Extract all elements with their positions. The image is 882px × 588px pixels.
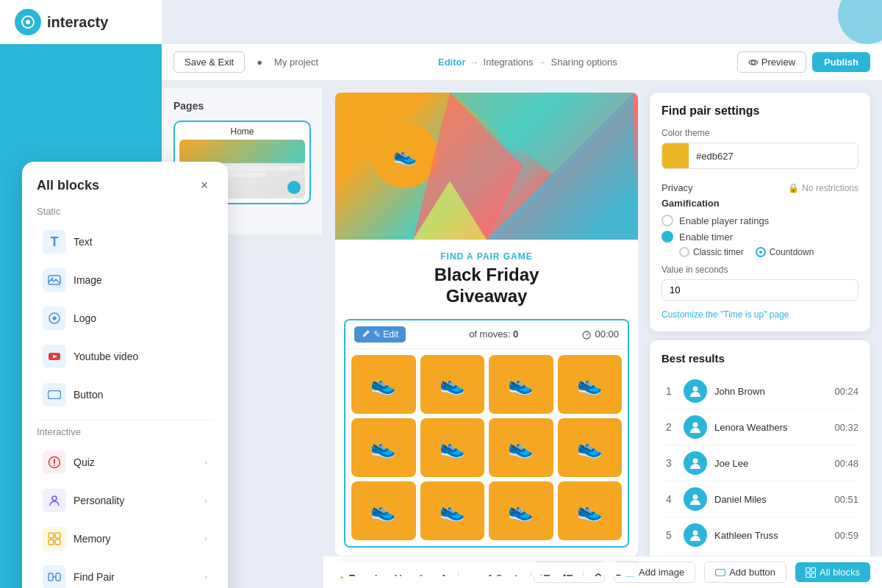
right-panel: Find pair settings Color theme #edb627 P… bbox=[650, 93, 870, 576]
canvas-wrapper: 👟 FIND A PAIR GAME Black Friday bbox=[335, 93, 638, 576]
classic-radio[interactable] bbox=[679, 247, 689, 257]
clear-format-button[interactable]: Tx bbox=[612, 568, 629, 576]
text-color-button[interactable]: A bbox=[412, 568, 429, 576]
svg-rect-18 bbox=[56, 573, 60, 581]
add-button-button[interactable]: Add button bbox=[704, 562, 786, 583]
enable-ratings-row[interactable]: Enable player ratings bbox=[662, 215, 858, 226]
block-item-image[interactable]: Image bbox=[37, 261, 213, 299]
tab-integrations[interactable]: Integrations bbox=[484, 57, 534, 68]
editor-toolbar: Save & Exit ● My project Editor → Integr… bbox=[162, 44, 882, 81]
block-label-logo: Logo bbox=[74, 312, 96, 324]
findpair-icon bbox=[43, 565, 66, 588]
all-blocks-button[interactable]: All blocks bbox=[795, 562, 870, 582]
game-card[interactable]: 👟 bbox=[420, 355, 485, 414]
seconds-input[interactable]: 10 bbox=[662, 279, 858, 301]
game-card[interactable]: 👟 bbox=[420, 481, 485, 540]
block-item-findpair[interactable]: Find Pair › bbox=[37, 558, 213, 588]
italic-button[interactable]: I bbox=[367, 568, 384, 576]
block-item-personality[interactable]: Personality › bbox=[37, 481, 213, 520]
preview-button[interactable]: Preview bbox=[737, 51, 806, 73]
game-container: ✎ Edit of moves: 0 00:00 👟 bbox=[344, 319, 629, 548]
color-input-row: #edb627 bbox=[662, 143, 858, 169]
ordered-list-button[interactable]: 123 bbox=[537, 568, 554, 576]
decorative-circle-1 bbox=[838, 0, 882, 44]
name-2: Lenora Weathers bbox=[714, 422, 827, 433]
quiz-arrow: › bbox=[204, 457, 207, 467]
game-card[interactable]: 👟 bbox=[351, 418, 416, 477]
block-item-youtube[interactable]: Youtube video bbox=[37, 337, 213, 376]
line-height-stepper[interactable]: ⬆ bbox=[508, 568, 525, 576]
logo-block-icon bbox=[43, 306, 66, 330]
results-title: Best results bbox=[662, 352, 858, 365]
block-item-quiz[interactable]: Quiz › bbox=[37, 443, 213, 481]
block-item-button[interactable]: Button bbox=[37, 376, 213, 414]
time-1: 00:24 bbox=[834, 386, 858, 397]
card-shoe-8: 👟 bbox=[577, 435, 603, 459]
underline-button[interactable]: U bbox=[390, 568, 406, 576]
tab-editor[interactable]: Editor bbox=[438, 57, 466, 68]
color-theme-row: Color theme #edb627 bbox=[662, 128, 858, 169]
color-hex-input[interactable]: #edb627 bbox=[689, 151, 858, 162]
section-divider bbox=[37, 420, 213, 420]
privacy-label: Privacy bbox=[662, 182, 693, 193]
timer-checkbox[interactable] bbox=[662, 231, 673, 243]
moves-text: of moves: bbox=[469, 329, 510, 340]
button-block-icon bbox=[43, 383, 66, 406]
customize-link[interactable]: Customize the "Time is up" page bbox=[662, 309, 858, 320]
block-label-image: Image bbox=[74, 274, 102, 286]
classic-timer-option[interactable]: Classic timer bbox=[679, 247, 744, 257]
svg-point-5 bbox=[53, 317, 57, 320]
home-page-label: Home bbox=[179, 126, 305, 137]
settings-panel: Find pair settings Color theme #edb627 P… bbox=[650, 93, 870, 331]
block-item-text[interactable]: T Text bbox=[37, 223, 213, 261]
edit-game-button[interactable]: ✎ Edit bbox=[354, 326, 406, 343]
card-shoe-4: 👟 bbox=[577, 372, 603, 396]
enable-timer-row[interactable]: Enable timer bbox=[662, 231, 858, 243]
game-card[interactable]: 👟 bbox=[558, 355, 623, 414]
link-button[interactable] bbox=[589, 568, 606, 576]
svg-rect-8 bbox=[49, 391, 61, 399]
svg-point-46 bbox=[693, 531, 698, 536]
game-card[interactable]: 👟 bbox=[489, 418, 553, 477]
countdown-radio[interactable] bbox=[756, 247, 766, 257]
block-label-findpair: Find Pair bbox=[74, 571, 115, 583]
game-title: Black Friday Giveaway bbox=[347, 265, 626, 307]
timer-type-row: Classic timer Countdown bbox=[679, 247, 858, 257]
svg-rect-15 bbox=[49, 539, 54, 545]
block-item-logo[interactable]: Logo bbox=[37, 299, 213, 337]
unordered-list-button[interactable] bbox=[560, 568, 577, 576]
svg-point-42 bbox=[693, 387, 698, 392]
game-card[interactable]: 👟 bbox=[489, 355, 553, 414]
block-item-memory[interactable]: Memory › bbox=[37, 520, 213, 558]
game-card[interactable]: 👟 bbox=[351, 481, 416, 540]
game-card[interactable]: 👟 bbox=[558, 418, 623, 477]
bold-button[interactable]: B bbox=[344, 568, 361, 576]
card-shoe-3: 👟 bbox=[508, 372, 534, 396]
game-card[interactable]: 👟 bbox=[420, 418, 485, 477]
game-card[interactable]: 👟 bbox=[558, 481, 623, 540]
findpair-item-left: Find Pair bbox=[43, 565, 115, 588]
canvas-hero: 👟 bbox=[335, 93, 638, 240]
rank-3: 3 bbox=[662, 457, 676, 469]
blocks-panel-header: All blocks × bbox=[37, 176, 213, 194]
svg-rect-17 bbox=[49, 573, 53, 581]
countdown-option[interactable]: Countdown bbox=[756, 247, 814, 257]
rank-2: 2 bbox=[662, 421, 676, 433]
tab-sharing[interactable]: Sharing options bbox=[551, 57, 617, 68]
line-height-value: 1.8 bbox=[487, 573, 501, 576]
card-shoe-5: 👟 bbox=[370, 435, 396, 459]
publish-button[interactable]: Publish bbox=[812, 52, 870, 72]
align-button[interactable]: ≡ bbox=[465, 568, 481, 576]
game-card[interactable]: 👟 bbox=[489, 481, 553, 540]
result-row-3: 3 Joe Lee 00:48 bbox=[662, 445, 858, 481]
game-card[interactable]: 👟 bbox=[351, 355, 416, 414]
save-exit-button[interactable]: Save & Exit bbox=[173, 51, 245, 73]
block-label-quiz: Quiz bbox=[74, 456, 95, 468]
svg-point-45 bbox=[693, 495, 698, 500]
findpair-arrow: › bbox=[204, 572, 207, 582]
ratings-checkbox[interactable] bbox=[662, 215, 673, 226]
rank-4: 4 bbox=[662, 493, 676, 505]
close-blocks-button[interactable]: × bbox=[196, 176, 213, 194]
highlight-button[interactable]: A̲ bbox=[435, 568, 452, 576]
color-swatch[interactable] bbox=[662, 143, 689, 168]
